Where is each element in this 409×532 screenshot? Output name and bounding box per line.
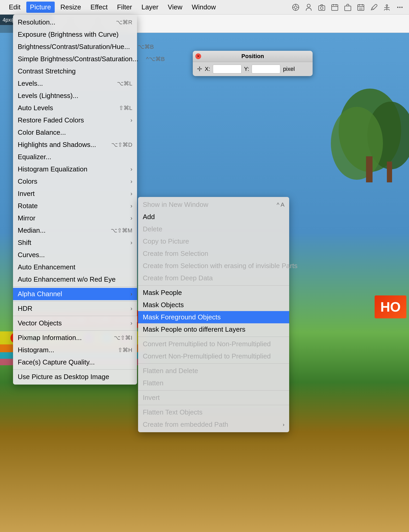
menu-item-label-levels: Levels... — [18, 79, 109, 88]
submenu-item-convert-premult: Convert Premultiplied to Non-Premultipli… — [138, 338, 289, 350]
target-icon-btn[interactable] — [292, 3, 300, 11]
menu-item-desktop-image[interactable]: Use Picture as Desktop Image — [13, 371, 137, 383]
svg-point-24 — [320, 7, 323, 9]
menu-arrow-vector-objects: › — [131, 320, 132, 327]
submenu-item-mask-foreground[interactable]: Mask Foreground Objects — [138, 311, 289, 323]
submenu-arrow-create-embedded-path: › — [283, 422, 284, 428]
submenu-item-mask-objects[interactable]: Mask Objects — [138, 299, 289, 311]
submenu-item-label-delete: Delete — [143, 225, 284, 233]
menu-item-label-color-balance: Color Balance... — [18, 128, 132, 137]
menu-separator-sep1 — [13, 287, 137, 287]
menu-item-label-pixmap-info: Pixmap Information... — [18, 334, 106, 342]
menu-arrow-histogram-eq: › — [131, 166, 132, 173]
menu-item-colors[interactable]: Colors› — [13, 175, 137, 188]
svg-point-42 — [401, 7, 403, 8]
menu-separator-sep3 — [13, 316, 137, 316]
menu-item-label-curves: Curves... — [18, 251, 132, 259]
menu-item-face-quality[interactable]: Face(s) Capture Quality... — [13, 356, 137, 368]
trees-area — [318, 52, 409, 182]
position-dialog-close-button[interactable]: ✕ — [195, 53, 201, 59]
menu-item-auto-enhancement[interactable]: Auto Enhancement — [13, 261, 137, 273]
briefcase-icon-btn[interactable] — [344, 3, 352, 11]
position-pixel-label: pixel — [283, 66, 295, 72]
svg-point-41 — [399, 7, 401, 8]
menu-item-hdr[interactable]: HDR› — [13, 302, 137, 315]
menu-item-vector-objects[interactable]: Vector Objects› — [13, 317, 137, 329]
menu-item-restore-faded[interactable]: Restore Faded Colors› — [13, 114, 137, 126]
menu-item-label-resolution: Resolution... — [18, 18, 108, 26]
pen-icon-btn[interactable] — [370, 3, 378, 11]
menu-arrow-colors: › — [131, 178, 132, 185]
menu-picture[interactable]: Picture — [26, 2, 55, 13]
position-cross-icon: ✛ — [197, 65, 202, 73]
menu-item-brightness[interactable]: Brightness/Contrast/Saturation/Hue...⌥⌘B — [13, 41, 137, 53]
position-y-input[interactable] — [252, 65, 280, 73]
menu-filter[interactable]: Filter — [113, 2, 136, 13]
calendar2-icon-btn[interactable] — [357, 3, 365, 11]
menu-arrow-shift: › — [131, 239, 132, 246]
submenu-item-flatten: Flatten — [138, 377, 289, 389]
menu-item-label-restore-faded: Restore Faded Colors — [18, 116, 131, 124]
menu-item-histogram-eq[interactable]: Histogram Equalization› — [13, 163, 137, 175]
person-icon-btn[interactable] — [305, 3, 313, 11]
menu-item-shift[interactable]: Shift› — [13, 237, 137, 249]
menu-item-label-auto-levels: Auto Levels — [18, 104, 111, 112]
menu-item-label-mirror: Mirror — [18, 214, 131, 222]
menu-item-mirror[interactable]: Mirror› — [13, 212, 137, 224]
menu-window[interactable]: Window — [188, 2, 219, 13]
menu-item-equalizer[interactable]: Equalizer... — [13, 151, 137, 163]
menu-item-alpha-channel[interactable]: Alpha Channel› — [13, 288, 137, 300]
menu-item-label-alpha-channel: Alpha Channel — [18, 290, 131, 298]
menu-item-simple-brightness[interactable]: Simple Brightness/Contrast/Saturation...… — [13, 53, 137, 65]
menu-item-label-auto-enhancement: Auto Enhancement — [18, 263, 132, 271]
menu-item-label-highlights-shadows: Highlights and Shadows... — [18, 141, 103, 149]
submenu-item-label-show-new-window: Show in New Window — [143, 201, 271, 209]
menu-arrow-alpha-channel: › — [131, 291, 132, 298]
menu-item-label-exposure: Exposure (Brightness with Curve) — [18, 30, 132, 39]
anchor-icon-btn[interactable] — [383, 3, 391, 11]
menu-item-highlights-shadows[interactable]: Highlights and Shadows...⌥⇧⌘D — [13, 139, 137, 151]
submenu-item-label-mask-people: Mask People — [143, 289, 284, 297]
menu-arrow-rotate: › — [131, 203, 132, 209]
menu-item-label-auto-enhancement-no-red-eye: Auto Enhancement w/o Red Eye — [18, 275, 132, 283]
submenu-item-mask-people[interactable]: Mask People — [138, 287, 289, 299]
menu-item-label-hdr: HDR — [18, 305, 131, 313]
menu-item-median[interactable]: Median...⌥⇧⌘M — [13, 224, 137, 237]
menu-item-histogram[interactable]: Histogram...⇧⌘H — [13, 344, 137, 356]
submenu-item-label-convert-premult: Convert Premultiplied to Non-Premultipli… — [143, 340, 284, 348]
menu-item-label-invert: Invert — [18, 190, 131, 198]
menu-item-rotate[interactable]: Rotate› — [13, 200, 137, 212]
menu-resize[interactable]: Resize — [57, 2, 85, 13]
menu-item-pixmap-info[interactable]: Pixmap Information...⌥⇧⌘I — [13, 332, 137, 344]
menu-item-levels[interactable]: Levels...⌥⌘L — [13, 77, 137, 90]
menu-item-auto-enhancement-no-red-eye[interactable]: Auto Enhancement w/o Red Eye — [13, 273, 137, 286]
svg-point-17 — [294, 6, 297, 9]
menu-item-exposure[interactable]: Exposure (Brightness with Curve) — [13, 28, 137, 41]
menu-item-label-colors: Colors — [18, 177, 131, 185]
svg-rect-25 — [332, 5, 338, 10]
menu-item-auto-levels[interactable]: Auto Levels⇧⌘L — [13, 102, 137, 114]
menu-item-color-balance[interactable]: Color Balance... — [13, 126, 137, 139]
menu-separator-sep5 — [13, 369, 137, 370]
menu-edit[interactable]: Edit — [5, 2, 24, 13]
submenu-item-add[interactable]: Add — [138, 211, 289, 223]
menu-item-curves[interactable]: Curves... — [13, 249, 137, 261]
calendar-icon-btn[interactable] — [331, 3, 339, 11]
menu-item-resolution[interactable]: Resolution...⌥⌘R — [13, 16, 137, 28]
svg-point-40 — [397, 7, 399, 8]
menu-view[interactable]: View — [164, 2, 186, 13]
camera-icon-btn[interactable] — [318, 3, 326, 11]
menu-item-contrast-stretching[interactable]: Contrast Stretching — [13, 65, 137, 77]
svg-point-22 — [307, 4, 310, 7]
more-icon-btn[interactable] — [396, 3, 404, 11]
submenu-separator-asep1 — [138, 285, 289, 286]
menu-layer[interactable]: Layer — [138, 2, 162, 13]
menu-separator-sep4 — [13, 330, 137, 331]
position-y-label: Y: — [244, 66, 249, 72]
menu-item-levels-lightness[interactable]: Levels (Lightness)... — [13, 90, 137, 102]
menu-item-invert[interactable]: Invert› — [13, 188, 137, 200]
menu-effect[interactable]: Effect — [87, 2, 111, 13]
submenu-item-mask-people-layers[interactable]: Mask People onto different Layers — [138, 323, 289, 336]
position-x-input[interactable] — [213, 65, 241, 73]
menu-item-label-brightness: Brightness/Contrast/Saturation/Hue... — [18, 43, 130, 51]
